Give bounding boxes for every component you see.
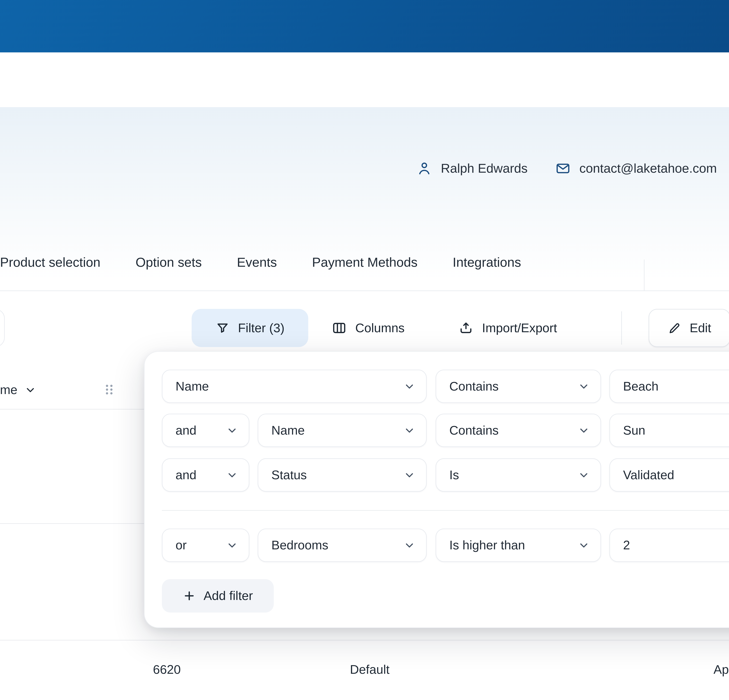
chevron-down-icon — [578, 380, 590, 392]
mail-icon — [555, 161, 571, 176]
filter-field-value: Name — [272, 423, 305, 437]
edit-button-label: Edit — [690, 321, 711, 335]
tab-payment-methods[interactable]: Payment Methods — [312, 255, 418, 270]
filter-row: Name Contains Beach — [145, 370, 729, 403]
filter-field-value: Bedrooms — [272, 538, 328, 552]
tab-events[interactable]: Events — [237, 255, 277, 270]
filter-value-input[interactable]: 2 — [610, 529, 729, 562]
filter-field-select[interactable]: Name — [162, 370, 427, 403]
filter-value-text: Sun — [623, 423, 645, 437]
filter-value-input[interactable]: Validated — [610, 458, 729, 492]
filter-value-text: Beach — [623, 379, 658, 394]
columns-button[interactable]: Columns — [331, 309, 405, 347]
tab-option-sets[interactable]: Option sets — [136, 255, 202, 270]
filter-row: and Name Contains — [145, 414, 729, 447]
filter-operator-select[interactable]: Is — [436, 458, 601, 492]
search-input-clipped[interactable] — [0, 309, 5, 347]
chevron-down-icon — [25, 384, 36, 396]
filter-row: or Bedrooms Is higher than — [145, 529, 729, 562]
contact-email-text: contact@laketahoe.com — [579, 161, 717, 176]
filter-field-value: Name — [176, 379, 209, 394]
user-icon — [417, 161, 432, 176]
chevron-down-icon — [226, 539, 238, 551]
contact-name: Ralph Edwards — [417, 161, 527, 176]
filter-operator-value: Contains — [449, 423, 499, 437]
tray-arrow-up-icon — [458, 320, 474, 336]
chevron-down-icon — [578, 539, 590, 551]
add-filter-button[interactable]: Add filter — [162, 579, 274, 613]
edit-button[interactable]: Edit — [649, 309, 729, 347]
filter-panel: Name Contains Beach — [144, 351, 729, 628]
add-filter-button-label: Add filter — [203, 589, 253, 603]
filter-operator-value: Is — [449, 468, 459, 482]
filter-field-select[interactable]: Name — [258, 414, 427, 447]
filter-field-value: Status — [272, 468, 307, 482]
tabs-bottom-divider — [0, 290, 729, 291]
filter-conjunction-value: or — [176, 538, 187, 552]
plus-icon — [183, 589, 196, 603]
tab-product-selection[interactable]: Product selection — [0, 255, 100, 270]
table-cell-id: 6620 — [153, 662, 181, 677]
filter-row: and Status Is — [145, 458, 729, 492]
chevron-down-icon — [404, 380, 415, 392]
filter-conjunction-select[interactable]: or — [162, 529, 249, 562]
contact-email: contact@laketahoe.com — [555, 161, 717, 176]
import-export-button[interactable]: Import/Export — [458, 309, 557, 347]
chevron-down-icon — [226, 424, 238, 436]
column-header-name-clipped[interactable]: me — [0, 381, 36, 399]
table-row-divider — [0, 640, 729, 640]
content-card: Ralph Edwards contact@laketahoe.com ( — [0, 52, 729, 700]
import-export-button-label: Import/Export — [482, 321, 557, 335]
tab-overflow-divider — [644, 260, 645, 290]
tab-bar: Product selection Option sets Events Pay… — [0, 253, 521, 272]
table-cell-name: Default — [350, 662, 389, 677]
filter-operator-select[interactable]: Is higher than — [436, 529, 601, 562]
chevron-down-icon — [404, 424, 415, 436]
chevron-down-icon — [404, 539, 415, 551]
tab-integrations[interactable]: Integrations — [453, 255, 521, 270]
filter-operator-value: Contains — [449, 379, 499, 394]
columns-button-label: Columns — [355, 321, 405, 335]
filter-value-text: Validated — [623, 468, 674, 482]
page-background: Ralph Edwards contact@laketahoe.com ( — [0, 0, 729, 700]
toolbar-divider — [621, 311, 622, 345]
filter-button-label: Filter (3) — [238, 321, 285, 335]
filter-conjunction-value: and — [176, 468, 196, 482]
filter-value-input[interactable]: Sun — [610, 414, 729, 447]
filter-value-text: 2 — [623, 538, 630, 552]
chevron-down-icon — [226, 469, 238, 481]
filter-conjunction-select[interactable]: and — [162, 458, 249, 492]
filter-field-select[interactable]: Status — [258, 458, 427, 492]
filter-conjunction-value: and — [176, 423, 196, 437]
funnel-icon — [215, 321, 229, 335]
filter-operator-select[interactable]: Contains — [436, 414, 601, 447]
columns-icon — [331, 320, 347, 336]
chevron-down-icon — [578, 424, 590, 436]
table-cell-date: Apr 7, 2023 7:21 AM — [713, 662, 729, 677]
chevron-down-icon — [404, 469, 415, 481]
filter-conjunction-select[interactable]: and — [162, 414, 249, 447]
column-header-label: me — [0, 383, 17, 397]
filter-operator-value: Is higher than — [449, 538, 525, 552]
filter-button[interactable]: Filter (3) — [192, 309, 308, 347]
filter-group-divider — [162, 510, 729, 511]
filter-value-input[interactable]: Beach — [610, 370, 729, 403]
chevron-down-icon — [578, 469, 590, 481]
pencil-icon — [668, 321, 681, 335]
contact-name-text: Ralph Edwards — [441, 161, 528, 176]
filter-field-select[interactable]: Bedrooms — [258, 529, 427, 562]
contact-row: Ralph Edwards contact@laketahoe.com ( — [417, 161, 729, 176]
filter-operator-select[interactable]: Contains — [436, 370, 601, 403]
column-drag-grip-icon[interactable] — [105, 383, 113, 396]
